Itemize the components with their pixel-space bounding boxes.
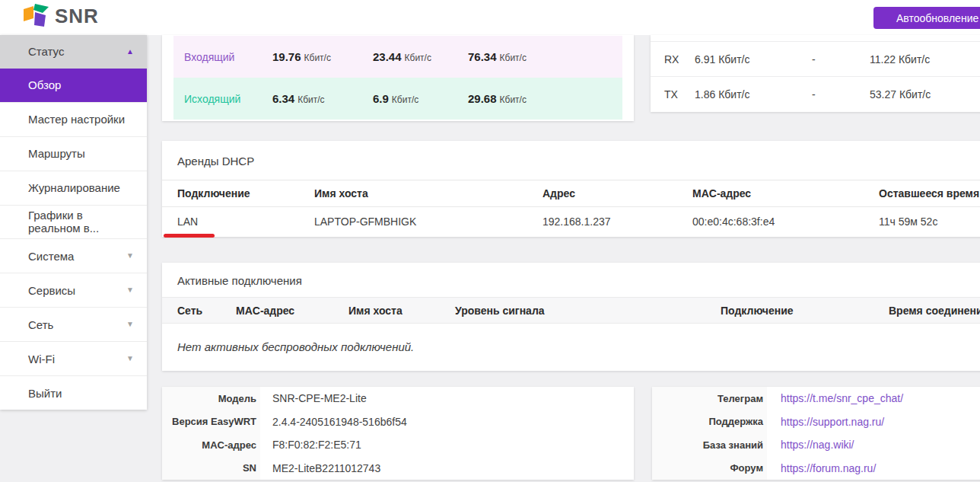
firmware-version: 2.4.4-2405161948-516b6f54 [260,410,634,434]
snr-logo[interactable]: SNR [23,3,99,29]
column-header: Сеть [177,305,202,317]
column-header: Время соединения [889,305,980,317]
active-connections-header: Сеть MAC-адрес Имя хоста Уровень сигнала… [162,297,980,324]
column-header: Уровень сигнала [455,305,545,317]
column-header: MAC-адрес [236,305,294,317]
tx-label: TX [664,88,678,101]
sidebar-item-label: Мастер настройки [28,113,125,126]
dhcp-lease-row: LAN LAPTOP-GFMBHIGK 192.168.1.237 00:e0:… [162,207,980,236]
rx-value: 6.91 Кбит/с [695,53,749,65]
link-label: Телеграм [652,387,767,410]
lease-time-left: 11ч 59м 52с [879,215,937,228]
lease-hostname: LAPTOP-GFMBHIGK [314,215,416,228]
active-connections-title: Активные подключения [162,263,980,297]
rx-row: RX 6.91 Кбит/с - 11.22 Кбит/с [651,41,980,76]
sidebar-item-logout[interactable]: Выйти [0,375,147,410]
wan-traffic-card: RX 6.91 Кбит/с - 11.22 Кбит/с TX 1.86 Кб… [651,35,980,112]
tx-value: 1.86 Кбит/с [695,88,749,101]
sidebar-item-label: Сервисы [28,284,75,297]
chevron-down-icon: ▼ [126,252,134,260]
device-model: SNR-CPE-ME2-Lite [260,387,634,410]
outgoing-traffic-row: Исходящий 6.34Кбит/с 6.9Кбит/с 29.68Кбит… [173,78,622,120]
sidebar-item-wifi[interactable]: Wi-Fi ▼ [0,341,147,375]
snr-logo-icon [23,3,50,29]
chevron-down-icon: ▼ [126,286,134,294]
support-link[interactable]: https://support.nag.ru/ [781,416,884,428]
sidebar-item-label: Система [28,250,74,263]
traffic-value: 6.34Кбит/с [272,92,325,106]
wiki-link[interactable]: https://nag.wiki/ [781,439,854,451]
tx-value: 53.27 Кбит/с [870,88,931,101]
chevron-down-icon: ▼ [126,355,134,362]
traffic-value: 29.68Кбит/с [468,92,527,106]
column-header: Адрес [542,187,575,200]
lease-connection: LAN [177,215,198,228]
auto-update-button[interactable]: Автообновление в [873,7,980,29]
sidebar-item-label: Wi-Fi [28,353,55,365]
info-row: MAC-адрес F8:F0:82:F2:E5:71 [162,433,634,457]
snr-router-dashboard: SNR Автообновление в Статус ▲ Обзор Маст… [0,0,980,482]
device-serial: ME2-LiteB2211012743 [260,457,634,480]
rx-value: 11.22 Кбит/с [870,53,930,65]
dhcp-table-header: Подключение Имя хоста Адрес MAC-адрес Ос… [162,180,980,207]
rx-label: RX [664,53,679,65]
sidebar-item-system[interactable]: Система ▼ [0,238,147,273]
info-label: MAC-адрес [162,433,260,457]
link-row: Поддержка https://support.nag.ru/ [652,410,980,434]
link-label: Поддержка [652,410,767,434]
incoming-traffic-row: Входящий 19.76Кбит/с 23.44Кбит/с 76.34Кб… [173,36,622,78]
lease-address: 192.168.1.237 [542,215,611,228]
sidebar-item-label: Выйти [28,387,62,400]
traffic-card: Входящий 19.76Кбит/с 23.44Кбит/с 76.34Кб… [162,35,634,121]
sidebar-item-label: Обзор [28,78,61,91]
dhcp-leases-title: Аренды DHCP [162,141,980,180]
sidebar-item-label: Сеть [28,318,53,331]
dhcp-leases-card: Аренды DHCP Подключение Имя хоста Адрес … [162,141,980,237]
traffic-value: 6.9Кбит/с [373,92,418,106]
chevron-up-icon: ▲ [126,48,134,56]
no-connections-message: Нет активных беспроводных подключений. [162,340,980,353]
logo-text: SNR [55,5,99,28]
info-label: Модель [162,387,260,410]
sidebar-item-realtime-graphs[interactable]: Графики в реальном в... [0,205,147,239]
card-top-strip [651,35,980,41]
column-header: MAC-адрес [692,187,751,200]
sidebar-item-status[interactable]: Статус ▲ [0,35,147,69]
sidebar-item-routes[interactable]: Маршруты [0,136,147,171]
column-header: Подключение [721,305,794,317]
sidebar-item-label: Журналирование [28,181,120,194]
device-info-card: Модель SNR-CPE-ME2-Lite Версия EasyWRT 2… [162,387,634,480]
link-row: Телеграм https://t.me/snr_cpe_chat/ [652,387,980,410]
traffic-value: 76.34Кбит/с [468,50,527,64]
sidebar-item-label: Графики в реальном в... [28,209,134,235]
link-label: Форум [652,457,767,480]
info-label: SN [162,457,260,480]
forum-link[interactable]: https://forum.nag.ru/ [781,462,876,474]
traffic-value: 19.76Кбит/с [272,50,331,64]
sidebar-item-label: Статус [28,45,64,58]
sidebar-item-overview[interactable]: Обзор [0,69,147,102]
outgoing-label: Исходящий [184,93,240,105]
telegram-link[interactable]: https://t.me/snr_cpe_chat/ [781,392,903,404]
sidebar: Статус ▲ Обзор Мастер настройки Маршруты… [0,35,147,410]
traffic-value: 23.44Кбит/с [373,50,431,64]
lease-mac: 00:e0:4c:68:3f:e4 [692,215,775,228]
chevron-down-icon: ▼ [126,321,134,328]
sidebar-item-services[interactable]: Сервисы ▼ [0,273,147,307]
device-mac: F8:F0:82:F2:E5:71 [260,433,634,457]
tx-value: - [812,88,816,101]
link-row: База знаний https://nag.wiki/ [652,433,980,457]
tx-row: TX 1.86 Кбит/с - 53.27 Кбит/с [651,76,980,111]
rx-value: - [812,53,816,65]
top-bar: SNR Автообновление в [0,0,980,35]
red-underline-annotation [164,234,215,238]
sidebar-item-network[interactable]: Сеть ▼ [0,307,147,341]
column-header: Имя хоста [348,305,402,317]
sidebar-item-setup-wizard[interactable]: Мастер настройки [0,102,147,136]
link-row: Форум https://forum.nag.ru/ [652,457,980,480]
column-header: Подключение [177,187,250,200]
info-row: SN ME2-LiteB2211012743 [162,457,634,480]
info-row: Модель SNR-CPE-ME2-Lite [162,387,634,410]
support-links-card: Телеграм https://t.me/snr_cpe_chat/ Подд… [652,387,980,480]
sidebar-item-logging[interactable]: Журналирование [0,171,147,205]
